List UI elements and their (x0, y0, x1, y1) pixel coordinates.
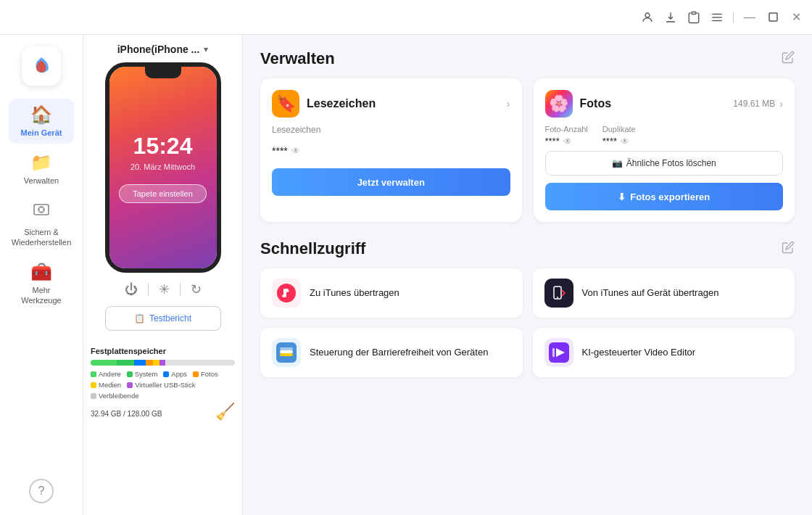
phone-notch (145, 67, 181, 78)
device-panel: iPhone(iPhone ... ▾ 15:24 20. März Mittw… (83, 35, 243, 515)
foto-anzahl-value: **** 👁 (545, 136, 588, 147)
medien-dot (91, 382, 96, 388)
clipboard-icon[interactable] (687, 10, 701, 25)
duplikate-value: **** 👁 (602, 136, 636, 147)
main-panel: Verwalten 🔖 Lesezeichen › (243, 35, 812, 515)
phone-mockup: 15:24 20. März Mittwoch Tapete einstelle… (105, 62, 221, 273)
storage-bar (91, 360, 235, 366)
accessibility-label: Steuerung der Barrierefreiheit von Gerät… (310, 346, 488, 359)
storage-section: Festplattenspeicher Andere (91, 341, 235, 421)
lesezeichen-manage-button[interactable]: Jetzt verwalten (272, 168, 510, 196)
backup-icon (32, 201, 51, 224)
usb-label: Virtueller USB-Stick (135, 381, 195, 389)
title-bar: — ✕ (0, 0, 812, 35)
home-icon: 🏠 (30, 104, 52, 125)
quick-item-accessibility[interactable]: Steuerung der Barrierefreiheit von Gerät… (260, 328, 523, 377)
verwalten-header: Verwalten (260, 49, 795, 68)
storage-fotos (146, 360, 153, 366)
fotos-icon: 🌸 (545, 90, 573, 118)
device-selector[interactable]: iPhone(iPhone ... ▾ (117, 44, 209, 55)
storage-apps (134, 360, 146, 366)
sidebar-item-werkzeuge[interactable]: 🧰 Mehr Werkzeuge (9, 256, 74, 312)
accessibility-icon (272, 338, 301, 367)
storage-legend: Andere System Apps Fotos (91, 370, 235, 400)
svg-point-13 (557, 297, 558, 298)
fotos-meta-row: Foto-Anzahl **** 👁 Duplikate **** (545, 125, 784, 147)
duplikate-eye-icon[interactable]: 👁 (621, 136, 629, 147)
svg-rect-1 (692, 12, 696, 14)
phone-time: 15:24 (133, 133, 193, 160)
storage-system (117, 360, 134, 366)
legend-medien: Medien (91, 381, 121, 389)
storage-size: 32.94 GB / 128.00 GB (91, 410, 162, 418)
lesezeichen-subtitle: Lesezeichen (272, 125, 510, 135)
help-button[interactable]: ? (29, 479, 54, 503)
fotos-dot (193, 371, 199, 377)
quick-item-itunes-to-device[interactable]: Von iTunes auf Gerät übertragen (533, 268, 795, 318)
svg-point-10 (282, 294, 285, 297)
legend-verbleibende: Verbleibende (91, 392, 138, 400)
andere-dot (91, 371, 96, 377)
main-layout: 🏠 Mein Gerät 📁 Verwalten Sichern & Wiede… (0, 35, 812, 515)
legend-usb: Virtueller USB-Stick (127, 381, 195, 389)
legend-apps: Apps (163, 370, 187, 378)
phone-date: 20. März Mittwoch (130, 162, 195, 171)
itunes-transfer-label: Zu iTunes übertragen (310, 287, 399, 300)
fotos-export-button[interactable]: ⬇ Fotos exportieren (545, 183, 784, 210)
broom-icon[interactable]: 🧹 (215, 403, 235, 421)
svg-point-0 (645, 13, 650, 17)
video-editor-label: KI-gesteuerter Video Editor (582, 346, 696, 359)
password-eye-icon[interactable]: 👁 (291, 146, 300, 156)
svg-rect-7 (34, 205, 49, 215)
person-icon[interactable] (640, 10, 655, 25)
fotos-title: Fotos (580, 97, 612, 110)
foto-anzahl-meta: Foto-Anzahl **** 👁 (545, 125, 588, 147)
ctrl-sep1 (148, 283, 149, 296)
close-button[interactable]: ✕ (789, 10, 803, 25)
fotos-export-label: Fotos exportieren (630, 191, 710, 202)
svg-rect-17 (280, 353, 293, 356)
power-icon[interactable]: ⏻ (125, 282, 138, 297)
download-icon[interactable] (663, 10, 678, 25)
foto-anzahl-label: Foto-Anzahl (545, 125, 588, 133)
maximize-button[interactable] (766, 10, 780, 25)
sidebar-item-sichern[interactable]: Sichern & Wiederherstellen (9, 195, 74, 254)
quick-item-itunes-transfer[interactable]: Zu iTunes übertragen (260, 268, 523, 318)
svg-rect-20 (552, 348, 555, 357)
foto-anzahl-eye-icon[interactable]: 👁 (563, 136, 572, 147)
folder-icon: 📁 (30, 152, 52, 173)
foto-anzahl-dots: **** (545, 136, 560, 147)
device-name: iPhone(iPhone ... (117, 44, 200, 55)
menu-icon[interactable] (710, 10, 724, 25)
brightness-icon[interactable]: ✳ (159, 281, 170, 297)
camera-icon: 📷 (612, 158, 623, 168)
sidebar-item-mein-geraet[interactable]: 🏠 Mein Gerät (9, 99, 74, 144)
test-report-button[interactable]: 📋 Testbericht (105, 306, 221, 331)
lesezeichen-header: 🔖 Lesezeichen › (272, 90, 510, 118)
test-report-label: Testbericht (149, 313, 191, 324)
apps-label: Apps (171, 370, 187, 378)
duplikate-label: Duplikate (602, 125, 636, 133)
schnellzugriff-title: Schnellzugriff (260, 239, 365, 258)
andere-label: Andere (99, 370, 121, 378)
ctrl-sep2 (180, 283, 181, 296)
lesezeichen-icon-title: 🔖 Lesezeichen (272, 90, 376, 118)
video-editor-icon (544, 338, 573, 367)
lesezeichen-icon: 🔖 (272, 90, 299, 118)
wallpaper-button[interactable]: Tapete einstellen (119, 184, 207, 203)
verwalten-edit-icon[interactable] (782, 51, 795, 67)
storage-medien (153, 360, 160, 366)
refresh-icon[interactable]: ↻ (191, 281, 202, 297)
device-chevron-icon: ▾ (204, 44, 208, 54)
system-dot (127, 371, 133, 377)
similar-photos-button[interactable]: 📷 Ähnliche Fotos löschen (545, 151, 784, 176)
sidebar-label-mein-geraet: Mein Gerät (21, 128, 62, 138)
sidebar-item-verwalten[interactable]: 📁 Verwalten (9, 147, 74, 191)
schnellzugriff-edit-icon[interactable] (782, 241, 795, 258)
test-report-icon: 📋 (134, 313, 145, 324)
minimize-button[interactable]: — (742, 10, 757, 25)
cards-row: 🔖 Lesezeichen › Lesezeichen **** 👁 (260, 78, 795, 222)
sidebar-label-werkzeuge: Mehr Werkzeuge (13, 285, 70, 306)
quick-item-video-editor[interactable]: KI-gesteuerter Video Editor (533, 328, 795, 377)
app-logo (22, 46, 61, 86)
